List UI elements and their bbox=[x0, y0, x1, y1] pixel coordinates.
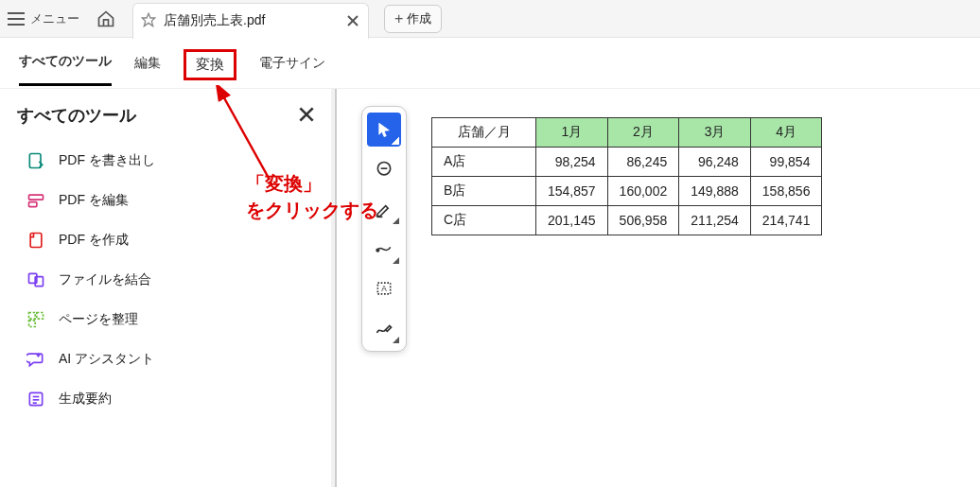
svg-rect-13 bbox=[29, 321, 36, 327]
tool-ai-assistant[interactable]: AI アシスタント bbox=[17, 350, 314, 369]
pdf-toolbox: A bbox=[361, 106, 407, 352]
table-row-name: B店 bbox=[432, 177, 536, 206]
table-cell: 211,254 bbox=[679, 206, 751, 235]
tool-label: PDF を編集 bbox=[59, 192, 129, 209]
table-cell: 201,145 bbox=[536, 206, 608, 235]
draw-icon bbox=[375, 239, 394, 258]
tab-all-tools[interactable]: すべてのツール bbox=[19, 53, 112, 86]
combine-icon bbox=[26, 270, 45, 289]
tool-label: PDF を書き出し bbox=[59, 152, 155, 169]
table-column-header: 3月 bbox=[679, 118, 751, 148]
sidebar-title: すべてのツール bbox=[17, 104, 136, 127]
svg-rect-5 bbox=[29, 154, 41, 168]
table-row: C店201,145506,958211,254214,741 bbox=[432, 206, 822, 235]
draw-tool[interactable] bbox=[367, 232, 401, 266]
svg-rect-7 bbox=[29, 202, 37, 207]
corner-indicator-icon bbox=[393, 217, 399, 224]
svg-rect-11 bbox=[29, 313, 36, 320]
plus-icon: + bbox=[394, 10, 403, 27]
svg-rect-8 bbox=[30, 234, 42, 248]
table-column-header: 4月 bbox=[750, 118, 822, 148]
tool-label: AI アシスタント bbox=[59, 351, 154, 368]
edit-pdf-icon bbox=[26, 191, 45, 210]
summary-icon bbox=[26, 390, 45, 409]
table-corner-header: 店舗／月 bbox=[432, 118, 536, 148]
table-row-name: A店 bbox=[432, 148, 536, 177]
table-row: A店98,25486,24596,24899,854 bbox=[432, 148, 822, 177]
corner-indicator-icon bbox=[393, 257, 399, 264]
comment-tool[interactable] bbox=[367, 152, 401, 186]
cursor-icon bbox=[376, 121, 393, 138]
tab-edit[interactable]: 編集 bbox=[134, 55, 161, 85]
textbox-icon: A bbox=[375, 279, 394, 298]
tool-generate-summary[interactable]: 生成要約 bbox=[17, 390, 314, 409]
create-button[interactable]: + 作成 bbox=[384, 5, 442, 33]
sidebar-close-button[interactable] bbox=[299, 107, 314, 125]
svg-text:A: A bbox=[381, 284, 387, 293]
organize-icon bbox=[26, 310, 45, 329]
svg-marker-19 bbox=[392, 137, 399, 145]
textbox-tool[interactable]: A bbox=[367, 271, 401, 305]
tool-label: ページを整理 bbox=[59, 311, 138, 328]
svg-marker-25 bbox=[393, 257, 399, 264]
tab-convert[interactable]: 変換 bbox=[184, 49, 236, 80]
tool-combine-files[interactable]: ファイルを結合 bbox=[17, 270, 314, 289]
tab-title: 店舗別売上表.pdf bbox=[164, 12, 338, 29]
select-tool[interactable] bbox=[367, 113, 401, 147]
svg-point-24 bbox=[376, 249, 379, 252]
document-tab[interactable]: 店舗別売上表.pdf bbox=[132, 3, 369, 39]
corner-indicator-icon bbox=[393, 337, 399, 343]
svg-marker-28 bbox=[393, 337, 399, 343]
close-icon bbox=[299, 107, 314, 122]
table-column-header: 2月 bbox=[607, 118, 679, 148]
table-cell: 98,254 bbox=[536, 148, 608, 177]
table-column-header: 1月 bbox=[536, 118, 608, 148]
table-cell: 154,857 bbox=[536, 177, 608, 206]
table-cell: 96,248 bbox=[679, 148, 751, 177]
tool-export-pdf[interactable]: PDF を書き出し bbox=[17, 151, 314, 170]
panel-divider[interactable] bbox=[331, 89, 337, 487]
tool-create-pdf[interactable]: PDF を作成 bbox=[17, 231, 314, 250]
document-viewport: 店舗／月1月2月3月4月 A店98,25486,24596,24899,854B… bbox=[337, 89, 980, 487]
sales-table: 店舗／月1月2月3月4月 A店98,25486,24596,24899,854B… bbox=[431, 117, 822, 235]
table-cell: 160,002 bbox=[607, 177, 679, 206]
home-icon bbox=[96, 9, 115, 28]
svg-rect-6 bbox=[29, 195, 44, 200]
table-row: B店154,857160,002149,888158,856 bbox=[432, 177, 822, 206]
table-row-name: C店 bbox=[432, 206, 536, 235]
svg-marker-0 bbox=[142, 13, 154, 26]
sidebar: すべてのツール PDF を書き出し PDF を編集 bbox=[0, 89, 331, 487]
highlight-tool[interactable] bbox=[367, 192, 401, 226]
tool-label: 生成要約 bbox=[59, 391, 112, 408]
hamburger-icon[interactable] bbox=[8, 12, 25, 26]
menu-label: メニュー bbox=[30, 10, 79, 27]
tool-edit-pdf[interactable]: PDF を編集 bbox=[17, 191, 314, 210]
comment-icon bbox=[375, 160, 394, 179]
table-cell: 214,741 bbox=[750, 206, 822, 235]
sign-tool[interactable] bbox=[367, 311, 401, 345]
table-cell: 506,958 bbox=[607, 206, 679, 235]
table-cell: 158,856 bbox=[750, 177, 822, 206]
table-cell: 86,245 bbox=[607, 148, 679, 177]
ai-assistant-icon bbox=[26, 350, 45, 369]
svg-marker-23 bbox=[393, 217, 399, 224]
svg-marker-18 bbox=[379, 123, 390, 136]
create-label: 作成 bbox=[407, 10, 431, 27]
create-pdf-icon bbox=[26, 231, 45, 250]
table-cell: 149,888 bbox=[679, 177, 751, 206]
home-button[interactable] bbox=[93, 6, 119, 32]
svg-rect-12 bbox=[37, 313, 44, 320]
tab-close-button[interactable] bbox=[345, 13, 360, 28]
close-icon bbox=[347, 15, 359, 26]
tool-label: PDF を作成 bbox=[59, 232, 129, 249]
tab-esign[interactable]: 電子サイン bbox=[259, 55, 325, 85]
tool-label: ファイルを結合 bbox=[59, 271, 151, 288]
corner-indicator-icon bbox=[392, 137, 399, 145]
table-cell: 99,854 bbox=[750, 148, 822, 177]
star-icon bbox=[141, 12, 156, 30]
sign-icon bbox=[375, 319, 394, 338]
highlight-icon bbox=[375, 200, 394, 218]
tool-organize-pages[interactable]: ページを整理 bbox=[17, 310, 314, 329]
export-pdf-icon bbox=[26, 151, 45, 170]
